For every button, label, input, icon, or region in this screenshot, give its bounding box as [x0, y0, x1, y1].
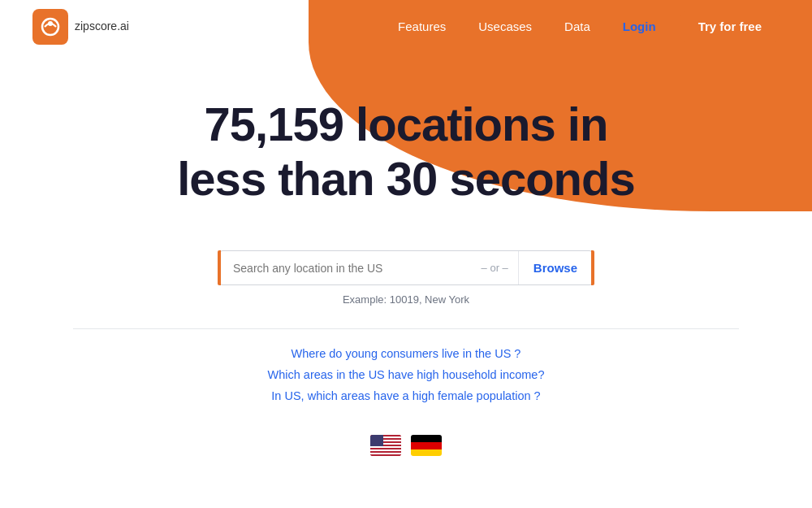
us-flag-icon[interactable]: [370, 435, 401, 456]
suggestion-link-2[interactable]: Which areas in the US have high househol…: [268, 368, 545, 381]
search-container: – or – Browse Example: 10019, New York: [0, 250, 812, 306]
suggestion-link-1[interactable]: Where do young consumers live in the US …: [292, 347, 521, 360]
nav-links: Features Usecases Data Login: [398, 20, 656, 33]
try-free-button[interactable]: Try for free: [680, 11, 780, 41]
de-flag-icon[interactable]: [411, 435, 442, 456]
search-input[interactable]: [220, 252, 472, 284]
main-content: 75,159 locations in less than 30 seconds…: [0, 53, 812, 456]
section-divider: [73, 328, 739, 329]
suggestion-links: Where do young consumers live in the US …: [268, 347, 545, 402]
logo[interactable]: zipscore.ai: [32, 9, 129, 45]
search-divider-text: – or –: [472, 262, 518, 274]
logo-text: zipscore.ai: [75, 20, 129, 33]
svg-point-1: [48, 21, 53, 26]
search-row: – or – Browse: [219, 250, 593, 285]
suggestion-link-3[interactable]: In US, which areas have a high female po…: [271, 389, 540, 402]
nav-login[interactable]: Login: [623, 20, 656, 33]
nav-usecases[interactable]: Usecases: [478, 20, 532, 33]
search-left-accent: [218, 250, 221, 285]
flag-icons: [370, 435, 442, 456]
headline-line1: 75,159 locations in: [205, 98, 608, 150]
nav-data[interactable]: Data: [564, 20, 590, 33]
logo-icon: [32, 9, 68, 45]
search-example-text: Example: 10019, New York: [343, 293, 469, 306]
hero-headline: 75,159 locations in less than 30 seconds: [177, 98, 634, 206]
navigation: zipscore.ai Features Usecases Data Login…: [0, 0, 812, 53]
browse-button[interactable]: Browse: [518, 251, 592, 284]
search-right-accent: [591, 250, 594, 285]
nav-features[interactable]: Features: [398, 20, 446, 33]
headline-line2: less than 30 seconds: [177, 152, 634, 205]
